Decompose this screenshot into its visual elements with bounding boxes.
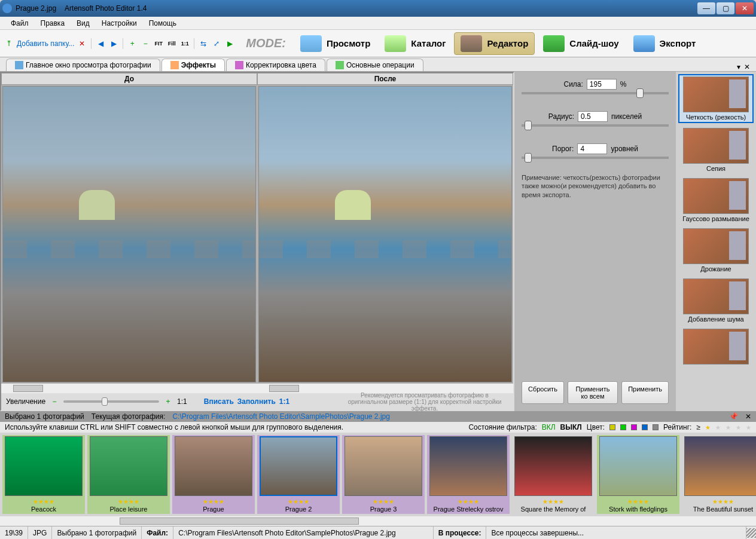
film-stars: ★★★★	[542, 497, 564, 506]
rating-star-5[interactable]: ★	[746, 424, 751, 431]
prev-icon[interactable]: ◀	[95, 38, 106, 49]
resize-grip[interactable]	[746, 528, 756, 538]
tab-main-preview[interactable]: Главное окно просмотра фотографии	[6, 59, 160, 71]
film-item[interactable]: ★★★★The Beautiful sunset	[682, 435, 756, 514]
tabs-menu-icon[interactable]: ▾	[737, 63, 740, 71]
effect-item[interactable]: Четкость (резкость)	[678, 74, 754, 123]
tool-icon-1[interactable]: ⇆	[198, 38, 209, 49]
rating-star-3[interactable]: ★	[725, 424, 731, 431]
menu-edit[interactable]: Правка	[35, 18, 71, 29]
film-item[interactable]: ★★★★Prague Strelecky ostrov	[427, 435, 510, 514]
rating-star-1[interactable]: ★	[705, 424, 711, 431]
film-item[interactable]: ★★★★Prague 2	[257, 435, 340, 514]
film-item[interactable]: ★★★★Prague	[172, 435, 255, 514]
mode-catalog-label: Каталог	[411, 38, 446, 48]
film-stars: ★★★★	[118, 497, 139, 506]
zoom-out-icon[interactable]: −	[140, 38, 151, 49]
color-swatch-3[interactable]	[631, 424, 637, 430]
tab-color-correction[interactable]: Корректировка цвета	[226, 59, 325, 71]
zoom-fit[interactable]: Вписать	[204, 397, 234, 406]
apply-all-button[interactable]: Применить ко всем	[568, 381, 618, 404]
threshold-slider[interactable]	[522, 157, 669, 159]
effect-item[interactable]: Сепия	[678, 127, 754, 173]
filter-on[interactable]: ВКЛ	[542, 423, 556, 431]
before-scrollbar[interactable]	[1, 384, 257, 393]
zoom-plus-icon[interactable]: +	[163, 396, 173, 407]
film-item[interactable]: ★★★★Place leisure	[87, 435, 170, 514]
menu-file[interactable]: Файл	[5, 18, 35, 29]
zoom-slider[interactable]	[63, 400, 159, 403]
film-item[interactable]: ★★★★Stork with fledglings	[597, 435, 679, 514]
color-swatch-2[interactable]	[620, 424, 626, 430]
rating-star-4[interactable]: ★	[736, 424, 741, 431]
strength-slider[interactable]	[522, 92, 669, 94]
film-label: Prague 2	[285, 506, 312, 513]
effect-label: Сепия	[679, 165, 752, 172]
oneone-button[interactable]: 1:1	[179, 38, 190, 49]
delete-icon[interactable]: ✕	[77, 38, 87, 49]
filmstrip-close-icon[interactable]: ✕	[745, 412, 751, 421]
pin-icon[interactable]: 📌	[729, 412, 738, 421]
fit-button[interactable]: FIT	[153, 38, 164, 49]
play-icon[interactable]: ▶	[224, 38, 235, 49]
reset-button[interactable]: Сбросить	[522, 381, 564, 404]
ops-tab-icon	[336, 61, 344, 69]
tabs-close-icon[interactable]: ✕	[744, 63, 750, 71]
menu-view[interactable]: Вид	[71, 18, 96, 29]
mode-slideshow[interactable]: Слайд-шоу	[537, 33, 624, 54]
film-item[interactable]: ★★★★Prague 3	[342, 435, 425, 514]
threshold-unit: уровней	[611, 145, 638, 153]
color-swatch-5[interactable]	[653, 424, 659, 430]
filter-off[interactable]: ВЫКЛ	[560, 423, 582, 431]
after-image[interactable]	[258, 86, 512, 382]
maximize-button[interactable]: ▢	[717, 2, 734, 14]
zoom-minus-icon[interactable]: −	[49, 396, 60, 407]
rating-star-2[interactable]: ★	[715, 424, 721, 431]
color-swatch-4[interactable]	[642, 424, 648, 430]
before-header: До	[1, 73, 257, 85]
before-image[interactable]	[2, 86, 256, 382]
effect-item[interactable]: Добавление шума	[678, 277, 754, 324]
effects-tab-icon	[170, 61, 179, 69]
film-item[interactable]: ★★★★Square the Memory of	[512, 435, 595, 514]
fill-button[interactable]: Fill	[166, 38, 177, 49]
zoom-oneone2[interactable]: 1:1	[279, 397, 289, 406]
threshold-input[interactable]	[577, 143, 607, 154]
status-process-text: Все процессы завершены...	[486, 526, 746, 539]
tool-icon-2[interactable]: ⤢	[211, 38, 222, 49]
radius-slider[interactable]	[522, 124, 669, 127]
mode-view[interactable]: Просмотр	[294, 33, 376, 54]
zoom-fill[interactable]: Заполнить	[237, 397, 276, 406]
minimize-button[interactable]: —	[697, 2, 715, 14]
film-item[interactable]: ★★★★Peacock	[2, 435, 85, 514]
filmstrip-scrollbar[interactable]	[0, 516, 756, 526]
effect-thumb	[683, 76, 749, 112]
close-button[interactable]: ✕	[736, 2, 754, 14]
add-folder-button[interactable]: Добавить папку...	[17, 39, 74, 48]
color-swatch-1[interactable]	[609, 424, 615, 430]
strength-input[interactable]	[587, 79, 617, 90]
title-app: Artensoft Photo Editor 1.4	[65, 4, 147, 13]
film-thumb	[599, 436, 677, 496]
after-header: После	[257, 73, 513, 85]
radius-input[interactable]	[578, 111, 608, 122]
zoom-in-icon[interactable]: +	[127, 38, 138, 49]
mode-export[interactable]: Экспорт	[627, 33, 702, 54]
menu-settings[interactable]: Настройки	[96, 18, 143, 29]
status-process-label: В процессе:	[434, 526, 487, 539]
menu-help[interactable]: Помощь	[143, 18, 182, 29]
mode-editor[interactable]: Редактор	[454, 32, 535, 55]
tab-effects[interactable]: Эффекты	[161, 59, 225, 71]
next-icon[interactable]: ▶	[108, 38, 119, 49]
effect-item[interactable]: Дрожание	[678, 227, 754, 274]
effect-thumb	[683, 228, 749, 264]
effect-label: Четкость (резкость)	[681, 114, 751, 121]
tab-basic-ops[interactable]: Основные операции	[327, 59, 423, 71]
apply-button[interactable]: Применить	[621, 381, 669, 404]
add-folder-icon[interactable]: ⤒	[4, 38, 14, 49]
mode-catalog[interactable]: Каталог	[379, 33, 452, 54]
filmstrip[interactable]: ★★★★Peacock★★★★Place leisure★★★★Prague★★…	[0, 433, 756, 516]
zoom-oneone[interactable]: 1:1	[177, 397, 187, 406]
effect-item[interactable]: Гауссово размывание	[678, 177, 754, 223]
effects-panel[interactable]: Четкость (резкость)СепияГауссово размыва…	[676, 72, 756, 411]
